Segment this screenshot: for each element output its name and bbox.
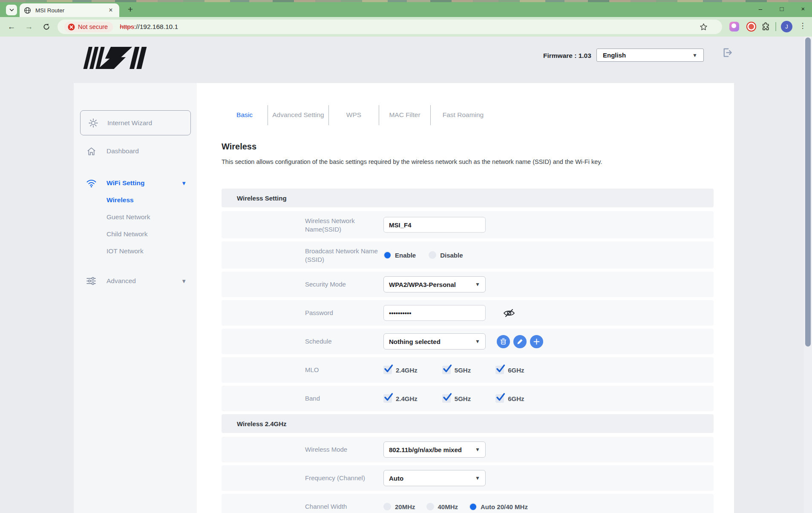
radio-auto-2040[interactable] (469, 503, 477, 510)
channel-width-label: Channel Width (305, 502, 382, 511)
logout-icon (721, 47, 733, 58)
mlo-label: MLO (305, 366, 382, 374)
tab-wps[interactable]: WPS (329, 111, 379, 119)
trash-icon (500, 338, 507, 345)
page-scrollbar[interactable] (804, 37, 812, 513)
row-channel-width: Channel Width 20MHz 40MHz Auto 20/40 (222, 494, 714, 513)
row-wireless-mode: Wireless Mode 802.11b/g/n/ax/be mixed ▼ (222, 437, 714, 462)
channel-width-40mhz-option[interactable]: 40MHz (426, 503, 458, 510)
security-badge[interactable]: Not secure (64, 22, 113, 32)
security-mode-select[interactable]: WPA2/WPA3-Personal ▼ (383, 276, 486, 292)
frequency-select[interactable]: Auto ▼ (383, 470, 486, 486)
forward-button[interactable]: → (23, 21, 35, 33)
password-label: Password (305, 309, 382, 317)
tab-mac-filter[interactable]: MAC Filter (379, 111, 430, 119)
broadcast-enable-option[interactable]: Enable (383, 251, 416, 259)
checkbox-checked[interactable] (383, 366, 392, 374)
new-tab-button[interactable]: + (124, 3, 136, 15)
schedule-select[interactable]: Nothing selected ▼ (383, 333, 486, 350)
radio-disable[interactable] (429, 251, 436, 259)
sidebar-item-wireless[interactable]: Wireless (107, 196, 134, 204)
minimize-button[interactable]: – (755, 5, 766, 12)
sidebar: Internet Wizard Dashboard WiFi Setting ▼… (74, 83, 197, 513)
checkbox-checked[interactable] (495, 366, 504, 374)
extension-pink-icon[interactable] (729, 22, 739, 32)
wifi-icon (86, 178, 97, 188)
tab-search-button[interactable] (6, 5, 17, 15)
url-host: ://192.168.10.1 (134, 23, 178, 30)
caret-down-icon[interactable]: ▼ (181, 180, 187, 186)
tab-close-icon[interactable]: × (107, 6, 115, 14)
band-24ghz-option[interactable]: 2.4GHz (383, 394, 418, 403)
wireless-mode-select[interactable]: 802.11b/g/n/ax/be mixed ▼ (383, 441, 486, 458)
tab-basic[interactable]: Basic (222, 111, 268, 119)
globe-icon (24, 7, 31, 14)
radio-20mhz[interactable] (383, 503, 391, 510)
ssid-label: Wireless Network Name(SSID) (305, 217, 382, 233)
home-icon (86, 146, 97, 156)
sidebar-item-child-network[interactable]: Child Network (107, 230, 147, 238)
mlo-5ghz-option[interactable]: 5GHz (442, 366, 471, 374)
schedule-value: Nothing selected (389, 338, 441, 345)
band-6ghz-label: 6GHz (508, 395, 524, 402)
row-frequency: Frequency (Channel) Auto ▼ (222, 465, 714, 491)
ssid-input[interactable] (383, 217, 486, 233)
sidebar-item-wifi-setting[interactable]: WiFi Setting ▼ (74, 176, 197, 190)
wireless-mode-value: 802.11b/g/n/ax/be mixed (389, 446, 462, 453)
bookmark-star-button[interactable] (700, 23, 708, 33)
sidebar-item-dashboard[interactable]: Dashboard (74, 144, 197, 158)
broadcast-label: Broadcast Network Name (SSID) (305, 247, 382, 264)
browser-titlebar: MSI Router × + – □ × (0, 0, 812, 17)
puzzle-icon (761, 22, 771, 32)
schedule-label: Schedule (305, 337, 382, 346)
scrollbar-thumb[interactable] (805, 37, 811, 347)
maximize-button[interactable]: □ (776, 5, 787, 12)
band-5ghz-option[interactable]: 5GHz (442, 394, 471, 403)
address-bar[interactable]: Not secure https://192.168.10.1 (58, 20, 722, 34)
reload-button[interactable] (40, 21, 53, 33)
back-button[interactable]: ← (5, 21, 18, 33)
channel-width-auto-label: Auto 20/40 MHz (481, 503, 528, 510)
broadcast-disable-option[interactable]: Disable (429, 251, 463, 259)
row-ssid: Wireless Network Name(SSID) (222, 211, 714, 238)
tab-advanced-setting[interactable]: Advanced Setting (268, 111, 328, 119)
radio-enable[interactable] (383, 251, 391, 259)
schedule-edit-button[interactable] (513, 335, 527, 348)
channel-width-20mhz-option[interactable]: 20MHz (383, 503, 415, 510)
sidebar-item-internet-wizard[interactable]: Internet Wizard (80, 110, 191, 135)
checkbox-checked[interactable] (442, 366, 451, 374)
schedule-delete-button[interactable] (497, 335, 510, 348)
language-select[interactable]: English ▼ (596, 49, 704, 62)
profile-avatar[interactable]: J (781, 21, 792, 32)
checkbox-checked[interactable] (495, 394, 504, 403)
checkbox-checked[interactable] (442, 394, 451, 403)
browser-menu-button[interactable]: ⋮ (798, 21, 807, 30)
content-panel: Basic Advanced Setting WPS MAC Filter Fa… (197, 83, 734, 513)
sidebar-item-iot-network[interactable]: IOT Network (107, 247, 144, 255)
caret-down-icon[interactable]: ▼ (181, 278, 187, 284)
sidebar-item-guest-network[interactable]: Guest Network (107, 213, 150, 221)
mlo-6ghz-option[interactable]: 6GHz (495, 366, 524, 374)
tab-fast-roaming[interactable]: Fast Roaming (431, 111, 495, 119)
schedule-add-button[interactable] (530, 335, 543, 348)
band-6ghz-option[interactable]: 6GHz (495, 394, 524, 403)
mlo-24ghz-option[interactable]: 2.4GHz (383, 366, 418, 374)
window-close-button[interactable]: × (798, 5, 809, 12)
tab-bar: Basic Advanced Setting WPS MAC Filter Fa… (222, 104, 495, 126)
channel-width-auto-option[interactable]: Auto 20/40 MHz (469, 503, 528, 510)
checkbox-checked[interactable] (383, 394, 392, 403)
sidebar-item-advanced[interactable]: Advanced ▼ (74, 274, 197, 288)
password-input[interactable] (383, 305, 486, 321)
security-badge-label: Not secure (78, 23, 108, 30)
extensions-button[interactable] (761, 22, 771, 33)
radio-40mhz[interactable] (426, 503, 434, 510)
caret-down-icon: ▼ (475, 281, 480, 287)
tab-title: MSI Router (35, 7, 107, 14)
browser-tab[interactable]: MSI Router × (20, 3, 119, 17)
firmware-version: Firmware : 1.03 (543, 52, 591, 60)
disable-label: Disable (440, 252, 463, 259)
logout-button[interactable] (721, 47, 733, 60)
extension-record-icon[interactable] (746, 22, 756, 32)
caret-down-icon: ▼ (475, 338, 480, 344)
toggle-password-visibility-button[interactable] (503, 307, 515, 318)
